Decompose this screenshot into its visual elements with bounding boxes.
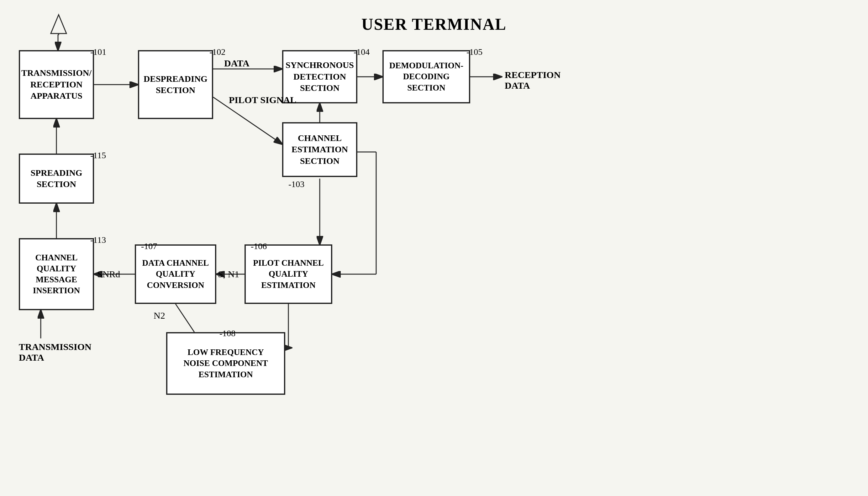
- pilot-channel-quality-block: PILOT CHANNELQUALITYESTIMATION: [244, 244, 332, 304]
- spreading-block: SPREADINGSECTION: [19, 154, 94, 204]
- ref-105: -105: [467, 47, 483, 57]
- ref-108: -108: [219, 328, 235, 338]
- diagram: USER TERMINAL: [0, 0, 868, 496]
- s-n1-label: S, N1: [218, 269, 239, 279]
- data-label: DATA: [224, 58, 249, 68]
- reception-data-label: RECEPTIONDATA: [505, 69, 561, 91]
- ref-113: -113: [90, 235, 106, 245]
- transmission-reception-block: TRANSMISSION/RECEPTIONAPPARATUS: [19, 50, 94, 119]
- despreading-block: DESPREADINGSECTION: [138, 50, 213, 119]
- channel-estimation-block: CHANNELESTIMATIONSECTION: [282, 122, 357, 177]
- pilot-signal-label: PILOT SIGNAL: [229, 95, 296, 105]
- snrd-label: SNRd: [97, 269, 120, 279]
- low-frequency-noise-block: LOW FREQUENCYNOISE COMPONENTESTIMATION: [166, 332, 285, 395]
- svg-line-15: [176, 304, 194, 332]
- demodulation-decoding-block: DEMODULATION-DECODINGSECTION: [382, 50, 470, 104]
- ref-103: -103: [288, 179, 304, 189]
- data-channel-quality-block: DATA CHANNELQUALITYCONVERSION: [135, 244, 216, 304]
- transmission-data-label: TRANSMISSIONDATA: [19, 342, 92, 363]
- svg-marker-22: [51, 15, 66, 33]
- ref-101: -101: [90, 47, 106, 57]
- ref-106: -106: [251, 241, 267, 251]
- ref-107: -107: [141, 241, 157, 251]
- channel-quality-message-block: CHANNELQUALITYMESSAGEINSERTION: [19, 238, 94, 310]
- ref-102: -102: [209, 47, 225, 57]
- ref-104: -104: [354, 47, 369, 57]
- n2-label: N2: [154, 310, 165, 321]
- antenna-symbol: [49, 13, 68, 36]
- page-title: USER TERMINAL: [362, 15, 506, 33]
- ref-115: -115: [90, 150, 106, 160]
